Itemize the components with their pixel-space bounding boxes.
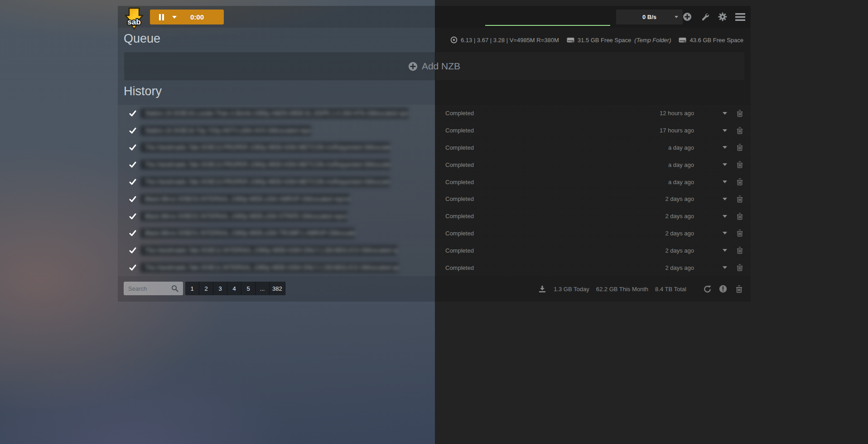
history-item-name[interactable]: The.Handmaids.Tale.S03E12.INTERNAL.1080p…: [140, 245, 397, 255]
add-nzb-label: Add NZB: [422, 61, 460, 72]
history-item-time: 2 days ago: [665, 230, 694, 237]
disk-icon: [567, 37, 574, 43]
speed-caret-icon: [675, 16, 678, 18]
trash-icon: [737, 264, 743, 271]
info-button[interactable]: [719, 284, 728, 293]
history-row: The.Handmaids.Tale.S03E11.INTERNAL.1080p…: [118, 259, 751, 276]
page-button[interactable]: 382: [270, 282, 285, 295]
temp-free-space-group: 31.5 GB Free Space (Temp Folder): [567, 37, 671, 44]
trash-icon: [736, 285, 743, 293]
trash-icon: [737, 144, 743, 151]
history-row: The.Handmaids.Tale.S03E13.PROPER.1080p.W…: [118, 173, 751, 190]
history-item-caret-icon[interactable]: [723, 129, 727, 132]
add-nzb-icon-button[interactable]: [682, 12, 692, 22]
history-item-name[interactable]: Black.Mirror.S05E03.INTERNAL.1080p.WEB.x…: [140, 194, 350, 204]
pause-icon: [159, 14, 164, 20]
check-icon: [129, 161, 136, 168]
temp-free-label: (Temp Folder): [634, 37, 671, 44]
history-item-caret-icon[interactable]: [723, 232, 727, 234]
speed-limit-dropdown[interactable]: 0 B/s: [616, 10, 683, 24]
history-item-name[interactable]: Black.Mirror.S05E01.INTERNAL.1080p.WEB.x…: [140, 228, 355, 238]
trash-icon: [737, 127, 743, 134]
page-button[interactable]: 4: [227, 282, 241, 295]
speed-graph-line: [485, 25, 610, 26]
history-item-delete-button[interactable]: [737, 195, 743, 203]
history-row: Station.19.S03E16.Trip.720p.HDTV.x264-AV…: [118, 122, 751, 139]
status-options-button[interactable]: [700, 12, 710, 22]
page-button[interactable]: 2: [199, 282, 213, 295]
history-item-delete-button[interactable]: [737, 247, 743, 254]
history-item-delete-button[interactable]: [737, 144, 743, 151]
sabnzbd-app: sab 0:00 0 B/s: [118, 6, 751, 302]
history-item-name[interactable]: The.Handmaids.Tale.S03E11.INTERNAL.1080p…: [140, 263, 399, 273]
history-item-status: Completed: [445, 179, 474, 185]
hamburger-icon: [735, 13, 745, 21]
pause-timer[interactable]: 0:00: [177, 13, 224, 21]
search-input[interactable]: [124, 282, 183, 295]
history-item-name[interactable]: The.Handmaids.Tale.S03E13.PROPER.1080p.W…: [140, 160, 390, 170]
check-icon: [129, 264, 136, 271]
history-item-time: 12 hours ago: [660, 110, 694, 117]
history-item-caret-icon[interactable]: [723, 112, 727, 115]
top-navbar: sab 0:00 0 B/s: [118, 6, 751, 28]
history-item-name[interactable]: Station.19.S03E16.Louder.Than.A.Bomb.108…: [140, 108, 409, 118]
header-stats: 6.13 | 3.67 | 3.28 | V=4985M R=380M 31.5…: [450, 28, 743, 52]
history-item-status: Completed: [445, 127, 474, 134]
wrench-icon: [701, 13, 709, 21]
history-title: History: [124, 84, 162, 98]
history-item-time: 17 hours ago: [660, 127, 694, 134]
history-item-caret-icon[interactable]: [723, 266, 727, 269]
history-item-caret-icon[interactable]: [723, 215, 727, 218]
trash-icon: [737, 110, 743, 117]
history-item-caret-icon[interactable]: [723, 198, 727, 200]
history-row: Black.Mirror.S05E02.INTERNAL.1080p.WEB.x…: [118, 208, 751, 225]
refresh-icon: [703, 285, 712, 293]
settings-button[interactable]: [718, 12, 728, 22]
history-item-caret-icon[interactable]: [723, 249, 727, 252]
check-icon: [129, 230, 136, 236]
menu-button[interactable]: [735, 12, 745, 22]
pause-dropdown-caret-icon[interactable]: [172, 16, 177, 19]
history-row: The.Handmaids.Tale.S03E13.PROPER.1080p.W…: [118, 139, 751, 156]
sabnzbd-logo[interactable]: sab: [124, 7, 144, 30]
check-icon: [129, 247, 136, 254]
history-item-name[interactable]: Station.19.S03E16.Trip.720p.HDTV.x264-AV…: [140, 126, 311, 136]
history-item-delete-button[interactable]: [737, 178, 743, 185]
history-item-delete-button[interactable]: [737, 229, 743, 237]
history-row: Black.Mirror.S05E03.INTERNAL.1080p.WEB.x…: [118, 190, 751, 208]
add-nzb-dropzone[interactable]: Add NZB: [124, 52, 744, 80]
pause-button[interactable]: 0:00: [150, 10, 224, 24]
history-item-status: Completed: [445, 230, 474, 237]
history-item-delete-button[interactable]: [737, 161, 743, 168]
footer-stats: 1.3 GB Today 62.2 GB This Month 8.4 TB T…: [538, 276, 743, 302]
history-item-delete-button[interactable]: [737, 213, 743, 220]
clear-history-button[interactable]: [734, 284, 743, 293]
page-button[interactable]: 3: [213, 282, 227, 295]
check-icon: [129, 179, 136, 185]
check-icon: [129, 110, 136, 117]
page-button[interactable]: 5: [241, 282, 256, 295]
history-item-caret-icon[interactable]: [723, 163, 727, 166]
history-item-status: Completed: [445, 144, 474, 151]
page-button[interactable]: ...: [256, 282, 270, 295]
check-icon: [129, 213, 136, 220]
pagination: 1 2 3 4 5 ... 382: [185, 282, 285, 295]
history-item-delete-button[interactable]: [737, 110, 743, 117]
history-item-name[interactable]: The.Handmaids.Tale.S03E13.PROPER.1080p.W…: [140, 142, 390, 152]
speed-value: 0 B/s: [642, 14, 656, 20]
history-item-caret-icon[interactable]: [723, 146, 727, 149]
gear-icon: [718, 12, 727, 21]
queue-title: Queue: [124, 32, 160, 46]
complete-free-space-group: 43.6 GB Free Space: [679, 37, 743, 44]
history-item-name[interactable]: The.Handmaids.Tale.S03E13.PROPER.1080p.W…: [140, 177, 390, 187]
history-item-delete-button[interactable]: [737, 264, 743, 271]
history-row: The.Handmaids.Tale.S03E13.PROPER.1080p.W…: [118, 156, 751, 173]
history-item-status: Completed: [445, 110, 474, 117]
plus-circle-icon: [683, 12, 692, 21]
page-button[interactable]: 1: [185, 282, 199, 295]
history-item-name[interactable]: Black.Mirror.S05E02.INTERNAL.1080p.WEB.x…: [140, 211, 347, 221]
refresh-button[interactable]: [703, 284, 712, 293]
history-item-delete-button[interactable]: [737, 127, 743, 134]
history-item-caret-icon[interactable]: [723, 181, 727, 183]
server-stats: 6.13 | 3.67 | 3.28 | V=4985M R=380M: [461, 37, 559, 44]
